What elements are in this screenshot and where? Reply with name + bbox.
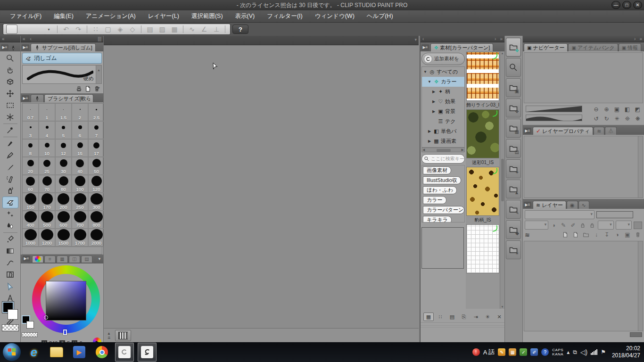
brush-size-cell[interactable]: 4: [39, 121, 55, 139]
brush-size-cell[interactable]: 12: [55, 139, 72, 157]
brush-size-cell[interactable]: 1000: [22, 229, 39, 247]
menu-item[interactable]: レイヤー(L): [142, 10, 185, 22]
tool-button[interactable]: [2, 64, 18, 76]
brush-size-cell[interactable]: 2000: [88, 229, 105, 247]
material-folder-shortcut[interactable]: ◆: [506, 220, 521, 239]
brush-size-cell[interactable]: 250: [72, 193, 88, 211]
layer-panel-menu-icon[interactable]: ▶≡: [524, 202, 531, 208]
layer-list-scrollbar[interactable]: [638, 241, 643, 331]
material-tree-row[interactable]: ▶ ◧ 単色パ: [422, 126, 464, 136]
brush-size-cell[interactable]: 600: [55, 211, 72, 229]
brush-size-cell[interactable]: 1.5: [55, 103, 72, 121]
new-subtool-icon[interactable]: [84, 85, 91, 92]
menu-item[interactable]: 選択範囲(S): [185, 10, 229, 22]
window-control-button[interactable]: □: [622, 1, 631, 9]
zoom-slider[interactable]: [526, 106, 582, 112]
brush-size-cell[interactable]: 5: [55, 121, 72, 139]
brush-panel-menu-icon[interactable]: ▶≡: [22, 95, 29, 101]
brush-size-cell[interactable]: 500: [39, 211, 55, 229]
brush-size-cell[interactable]: 8: [22, 139, 39, 157]
brush-size-cell[interactable]: 170: [39, 193, 55, 211]
command-button[interactable]: ◈: [115, 25, 126, 34]
material-folder-shortcut[interactable]: ▲: [506, 180, 521, 198]
tray-expand-caret[interactable]: ▴: [567, 349, 570, 355]
subtool-selected-item[interactable]: 消しゴム: [22, 53, 102, 64]
palette-color-button[interactable]: [634, 222, 642, 229]
taskbar-explorer[interactable]: [47, 343, 66, 362]
ime-help-icon[interactable]: ?: [541, 348, 549, 356]
navigator-button[interactable]: ◩: [633, 106, 642, 113]
ime-tools-icon[interactable]: ✐: [530, 348, 538, 356]
menu-item[interactable]: 編集(E): [48, 10, 80, 22]
tool-button[interactable]: [2, 111, 18, 123]
apply-mask-button[interactable]: ▣: [623, 231, 632, 239]
tool-button[interactable]: [2, 233, 18, 245]
tool-button[interactable]: [2, 124, 18, 136]
command-button[interactable]: ▤: [144, 25, 156, 34]
command-button[interactable]: [6, 25, 17, 34]
ime-dictionary-icon[interactable]: ✓: [520, 348, 527, 356]
start-button[interactable]: [3, 343, 21, 361]
effect-button[interactable]: ✎: [560, 222, 567, 229]
command-button[interactable]: ↷: [73, 25, 84, 34]
color-slider-tab[interactable]: ≡: [44, 255, 56, 263]
material-tag-button[interactable]: カラー: [423, 196, 446, 204]
navigator-button[interactable]: ⊖: [592, 106, 601, 113]
material-tree-row[interactable]: ▶ ▦ 漫画素: [422, 136, 464, 146]
navigator-button[interactable]: ❋: [633, 115, 642, 123]
material-item[interactable]: [466, 224, 499, 281]
brush-size-cell[interactable]: 150: [22, 193, 39, 211]
color-set-tab[interactable]: ▦: [57, 255, 68, 263]
navigator-button[interactable]: ⊕: [602, 106, 611, 113]
ime-alpha-icon[interactable]: A: [483, 349, 487, 356]
subtool-scrollbar[interactable]: ▲▼: [96, 66, 101, 83]
brush-size-cell[interactable]: 1200: [39, 229, 55, 247]
material-folder-shortcut[interactable]: ❖: [506, 38, 521, 57]
tool-button[interactable]: [2, 245, 18, 257]
action-center-flag-icon[interactable]: ⚑: [601, 349, 606, 355]
brush-size-cell[interactable]: 15: [72, 139, 88, 157]
caps-kana-indicator[interactable]: CAPS KANA: [552, 348, 563, 356]
window-control-button[interactable]: —: [611, 1, 620, 9]
brush-size-cell[interactable]: 25: [39, 157, 55, 175]
material-tree-row[interactable]: ▶ ♡ 効果: [422, 97, 464, 107]
command-button[interactable]: ∠: [198, 25, 210, 34]
brush-size-cell[interactable]: 300: [88, 193, 105, 211]
lock-alpha-button[interactable]: [588, 222, 596, 229]
brush-size-cell[interactable]: 100: [72, 175, 88, 193]
command-button[interactable]: [18, 25, 30, 34]
tool-button[interactable]: [2, 185, 18, 197]
brush-size-cell[interactable]: 2: [72, 103, 88, 121]
ime-toolbar-icon[interactable]: ✎: [498, 348, 505, 356]
material-folder-shortcut[interactable]: ✎: [506, 200, 521, 219]
menu-item[interactable]: ヘルプ(H): [361, 10, 399, 22]
tool-button[interactable]: [2, 208, 18, 220]
brush-size-cell[interactable]: 700: [72, 211, 88, 229]
tone-effect-tab[interactable]: ⏃: [605, 127, 617, 135]
delete-layer-button[interactable]: [634, 231, 642, 239]
navigator-tab[interactable]: ▣ ナビゲーター: [524, 43, 568, 51]
tool-button[interactable]: [2, 269, 18, 280]
brush-size-cell[interactable]: 17: [88, 139, 105, 157]
materials-footer-button[interactable]: ⇥: [471, 313, 481, 321]
brush-size-cell[interactable]: 10: [39, 139, 55, 157]
layer-filter-dropdown[interactable]: [525, 221, 548, 230]
materials-footer-button[interactable]: ▦: [423, 313, 434, 321]
materials-panel-tab[interactable]: ❖ 素材[カラーパターン]: [430, 43, 493, 51]
blend-mode-dropdown[interactable]: [525, 210, 594, 219]
brush-size-cell[interactable]: 0.7: [22, 103, 39, 121]
command-button[interactable]: ◇: [127, 25, 138, 34]
command-button[interactable]: ▦: [169, 25, 180, 34]
background-color-swatch[interactable]: [8, 309, 18, 320]
subtool-panel-tab[interactable]: サブツール[消しゴム]: [31, 43, 96, 51]
clock[interactable]: 20:02 2018/04/27: [609, 345, 640, 359]
layer-search-tab[interactable]: ◉: [567, 201, 578, 209]
ruler-dropdown[interactable]: [616, 221, 632, 230]
material-tree-row[interactable]: ▼ ◎ すべての: [422, 67, 464, 77]
window-control-button[interactable]: ✕: [633, 1, 642, 9]
color-wheel-tab[interactable]: [32, 255, 43, 263]
brush-size-cell[interactable]: 800: [88, 211, 105, 229]
help-button[interactable]: ?: [232, 25, 248, 34]
hue-marker[interactable]: [63, 329, 67, 335]
clipping-button[interactable]: ◗: [550, 222, 558, 229]
